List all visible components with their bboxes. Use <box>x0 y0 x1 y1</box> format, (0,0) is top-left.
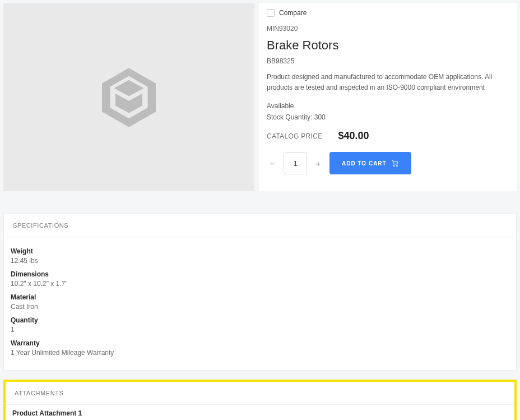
spec-row: Weight 12.45 lbs <box>11 247 509 265</box>
increment-button[interactable]: + <box>313 158 324 169</box>
specifications-card: SPECIFICATIONS Weight 12.45 lbs Dimensio… <box>3 214 517 371</box>
spec-label: Weight <box>11 247 509 255</box>
add-to-cart-button[interactable]: ADD TO CART <box>329 152 411 174</box>
availability-status: Available <box>267 102 509 110</box>
attachment-title: Product Attachment 1 <box>12 409 508 417</box>
svg-point-1 <box>396 165 397 167</box>
decrement-button[interactable]: − <box>267 158 278 169</box>
spec-label: Dimensions <box>11 270 509 278</box>
spec-value: Cast Iron <box>11 303 509 311</box>
spec-value: 10.2" x 10.2" x 1.7" <box>11 280 509 288</box>
spec-label: Material <box>11 293 509 301</box>
spec-row: Dimensions 10.2" x 10.2" x 1.7" <box>11 270 509 288</box>
package-icon <box>95 64 162 131</box>
spec-value: 1 <box>11 326 509 334</box>
specifications-heading: SPECIFICATIONS <box>4 214 516 237</box>
spec-row: Material Cast Iron <box>11 293 509 311</box>
product-model: BB98325 <box>267 57 509 65</box>
product-details-panel: Compare MIN93020 Brake Rotors BB98325 Pr… <box>259 3 517 191</box>
quantity-input[interactable] <box>284 152 307 174</box>
spec-row: Warranty 1 Year Unlimited Mileage Warran… <box>11 339 509 357</box>
spec-label: Quantity <box>11 316 509 324</box>
compare-label: Compare <box>279 9 307 17</box>
stock-quantity: Stock Quantity: 300 <box>267 113 509 121</box>
compare-checkbox[interactable]: Compare <box>267 9 307 17</box>
product-sku: MIN93020 <box>267 25 509 33</box>
spec-value: 1 Year Unlimited Mileage Warranty <box>11 349 509 357</box>
add-to-cart-label: ADD TO CART <box>342 160 387 167</box>
attachments-card: ATTACHMENTS Product Attachment 1 <box>6 382 514 420</box>
spec-value: 12.45 lbs <box>11 257 509 265</box>
attachments-heading: ATTACHMENTS <box>6 382 514 405</box>
product-image-placeholder <box>3 3 254 191</box>
cart-icon <box>391 159 399 167</box>
product-title: Brake Rotors <box>267 38 509 53</box>
price-label: CATALOG PRICE <box>267 132 322 140</box>
price-value: $40.00 <box>338 130 369 142</box>
attachments-highlight: ATTACHMENTS Product Attachment 1 <box>3 380 517 420</box>
checkbox-icon <box>267 9 275 17</box>
spec-label: Warranty <box>11 339 509 347</box>
product-description: Product designed and manufactured to acc… <box>267 72 509 93</box>
spec-row: Quantity 1 <box>11 316 509 334</box>
svg-point-0 <box>393 165 394 167</box>
